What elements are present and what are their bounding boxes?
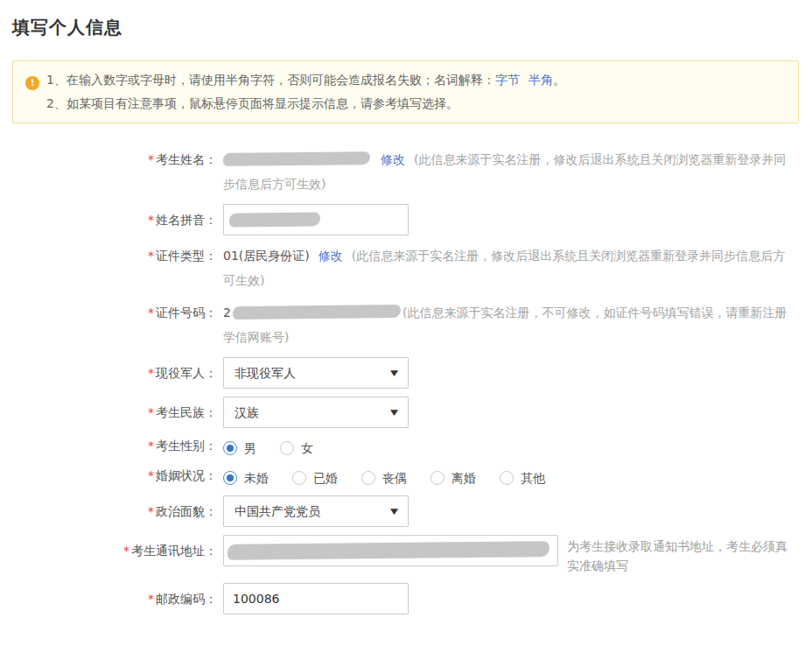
radio-selected-icon [223, 441, 237, 455]
radio-selected-icon [223, 471, 237, 485]
cert-no-visible-prefix: 2 [223, 305, 231, 319]
form-row-military: *现役军人： 非现役军人 ▼ [0, 357, 812, 389]
ethnicity-select[interactable]: 汉族 ▼ [223, 397, 409, 428]
radio-unselected-icon [430, 471, 444, 485]
required-mark: * [148, 152, 154, 166]
redacted-name-value [223, 151, 370, 166]
form-row-political: *政治面貌： 中国共产党党员 ▼ [0, 495, 812, 527]
form-row-marital: *婚姻状况： 未婚 已婚 丧偶 离婚 其他 [0, 466, 812, 488]
marital-option-divorced[interactable]: 离婚 [430, 466, 476, 490]
dropdown-arrow-icon: ▼ [390, 400, 398, 425]
political-select[interactable]: 中国共产党党员 ▼ [223, 495, 409, 527]
pinyin-input[interactable] [223, 204, 409, 235]
radio-unselected-icon [500, 471, 514, 485]
cert-type-value: 01(居民身份证) [223, 249, 310, 263]
page-title: 填写个人信息 [12, 16, 812, 39]
warning-icon: ! [25, 76, 39, 90]
ethnicity-selected-value: 汉族 [234, 400, 259, 425]
gender-option-female[interactable]: 女 [280, 436, 313, 460]
military-label: *现役军人： [0, 357, 217, 389]
required-mark: * [148, 405, 154, 419]
notice-box: !1、在输入数字或字母时，请使用半角字符，否则可能会造成报名失败；名词解释：字节… [12, 60, 799, 123]
marital-label: *婚姻状况： [0, 466, 217, 485]
required-mark: * [148, 213, 154, 227]
required-mark: * [148, 366, 154, 380]
form-row-cert-type: *证件类型： 01(居民身份证)修改(此信息来源于实名注册，修改后退出系统且关闭… [0, 243, 812, 292]
form-row-name: *考生姓名： 修改(此信息来源于实名注册，修改后退出系统且关闭浏览器重新登录并同… [0, 147, 812, 196]
military-selected-value: 非现役军人 [234, 361, 296, 385]
gender-label: *考生性别： [0, 436, 217, 455]
redacted-cert-no-value [233, 305, 401, 319]
form-row-cert-no: *证件号码： 2(此信息来源于实名注册，不可修改，如证件号码填写错误，请重新注册… [0, 300, 812, 349]
dropdown-arrow-icon: ▼ [390, 361, 398, 385]
form-row-ethnicity: *考生民族： 汉族 ▼ [0, 397, 812, 428]
form-row-address: *考生通讯地址： 为考生接收录取通知书地址，考生必须真实准确填写 [0, 535, 812, 575]
postcode-label: *邮政编码： [0, 583, 217, 614]
notice-line-2: 2、如某项目有注意事项，鼠标悬停页面将显示提示信息，请参考填写选择。 [25, 92, 786, 116]
address-note: 为考生接收录取通知书地址，考生必须真实准确填写 [567, 535, 796, 575]
required-mark: * [148, 592, 154, 606]
radio-unselected-icon [280, 441, 294, 455]
address-label: *考生通讯地址： [0, 535, 217, 566]
notice-text-1: 1、在输入数字或字母时，请使用半角字符，否则可能会造成报名失败；名词解释： [46, 73, 495, 87]
personal-info-form: *考生姓名： 修改(此信息来源于实名注册，修改后退出系统且关闭浏览器重新登录并同… [0, 147, 812, 614]
form-row-postcode: *邮政编码： [0, 583, 812, 614]
required-mark: * [148, 468, 154, 482]
notice-text-1-suffix: 。 [553, 73, 565, 87]
radio-unselected-icon [292, 471, 306, 485]
modify-name-link[interactable]: 修改 [381, 152, 405, 166]
form-row-gender: *考生性别： 男 女 [0, 436, 812, 458]
ethnicity-label: *考生民族： [0, 397, 217, 428]
notice-line-1: !1、在输入数字或字母时，请使用半角字符，否则可能会造成报名失败；名词解释：字节… [25, 68, 786, 92]
byte-glossary-link[interactable]: 字节 [495, 73, 520, 87]
dropdown-arrow-icon: ▼ [390, 499, 398, 523]
pinyin-label: *姓名拼音： [0, 204, 217, 235]
marital-option-married[interactable]: 已婚 [292, 466, 338, 490]
marital-option-unmarried[interactable]: 未婚 [223, 466, 269, 490]
required-mark: * [148, 305, 154, 319]
required-mark: * [148, 249, 154, 263]
required-mark: * [148, 439, 154, 453]
political-label: *政治面貌： [0, 495, 217, 527]
postcode-input[interactable] [223, 583, 409, 614]
marital-option-other[interactable]: 其他 [500, 466, 545, 490]
modify-cert-type-link[interactable]: 修改 [318, 249, 343, 263]
radio-unselected-icon [361, 471, 375, 485]
halfwidth-glossary-link[interactable]: 半角 [528, 73, 553, 87]
cert-no-label: *证件号码： [0, 300, 217, 325]
political-selected-value: 中国共产党党员 [234, 499, 320, 523]
required-mark: * [148, 504, 154, 518]
form-row-pinyin: *姓名拼音： [0, 204, 812, 235]
gender-option-male[interactable]: 男 [223, 436, 256, 460]
redacted-address-value [228, 541, 550, 560]
marital-option-widowed[interactable]: 丧偶 [361, 466, 407, 490]
address-input[interactable] [223, 535, 558, 566]
cert-type-label: *证件类型： [0, 243, 217, 268]
required-mark: * [123, 544, 130, 558]
name-label: *考生姓名： [0, 147, 217, 172]
redacted-pinyin-value [229, 212, 320, 227]
military-select[interactable]: 非现役军人 ▼ [223, 357, 409, 389]
